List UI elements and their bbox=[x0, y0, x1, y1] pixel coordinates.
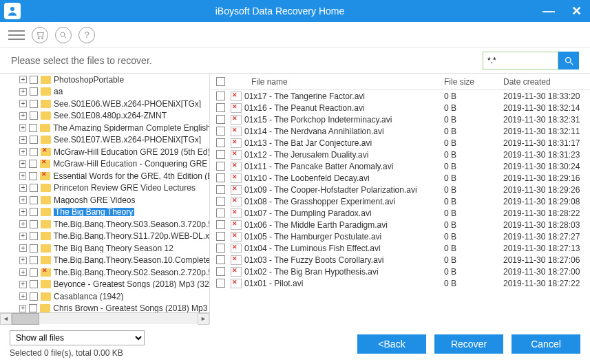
tree-item[interactable]: +Chris Brown - Greatest Songs (2018) Mp3… bbox=[0, 303, 209, 313]
tree-checkbox[interactable] bbox=[29, 160, 37, 168]
tree-item[interactable]: +PhotoshopPortable bbox=[0, 74, 209, 86]
expand-icon[interactable]: + bbox=[19, 196, 27, 204]
expand-icon[interactable]: + bbox=[19, 208, 27, 216]
help-icon[interactable]: ? bbox=[78, 27, 95, 43]
file-row[interactable]: 01x08 - The Grasshopper Experiment.avi0 … bbox=[210, 195, 590, 207]
cart-icon[interactable] bbox=[32, 27, 48, 43]
tree-item[interactable]: +Princeton Review GRE Video Lectures bbox=[0, 182, 209, 195]
tree-item[interactable]: +The Big Bang Theory bbox=[0, 206, 209, 219]
tree-item[interactable]: +aa bbox=[0, 86, 209, 98]
file-row[interactable]: 01x09 - The Cooper-Hofstadter Polarizati… bbox=[210, 184, 590, 195]
tree-checkbox[interactable] bbox=[30, 196, 38, 204]
tree-item[interactable]: +See.S01E06.WEB.x264-PHOENiX[TGx] bbox=[0, 98, 209, 110]
scroll-thumb[interactable] bbox=[12, 313, 39, 325]
file-row[interactable]: 01x13 - The Bat Jar Conjecture.avi0 B201… bbox=[210, 137, 590, 149]
tree-item[interactable]: +See.S01E08.480p.x264-ZMNT bbox=[0, 110, 209, 122]
recover-button[interactable]: Recover bbox=[434, 334, 503, 354]
file-checkbox[interactable] bbox=[216, 138, 225, 147]
tree-item[interactable]: +Beyonce - Greatest Songs (2018) Mp3 (32… bbox=[0, 279, 209, 291]
tree-checkbox[interactable] bbox=[30, 100, 38, 108]
file-checkbox[interactable] bbox=[216, 232, 225, 241]
file-row[interactable]: 01x04 - The Luminous Fish Effect.avi0 B2… bbox=[210, 242, 590, 254]
expand-icon[interactable]: + bbox=[19, 148, 27, 156]
file-checkbox[interactable] bbox=[216, 244, 225, 253]
filter-select[interactable]: Show all files bbox=[10, 330, 145, 345]
col-date[interactable]: Date created bbox=[503, 77, 590, 87]
tree-checkbox[interactable] bbox=[30, 208, 38, 216]
file-checkbox[interactable] bbox=[216, 185, 225, 194]
file-checkbox[interactable] bbox=[216, 220, 225, 229]
expand-icon[interactable]: + bbox=[19, 233, 27, 240]
file-checkbox[interactable] bbox=[216, 255, 225, 264]
back-button[interactable]: <Back bbox=[357, 334, 426, 354]
scroll-left-icon[interactable]: ◄ bbox=[0, 313, 12, 325]
minimize-button[interactable]: — bbox=[535, 0, 562, 22]
tree-checkbox[interactable] bbox=[29, 172, 37, 180]
file-checkbox[interactable] bbox=[216, 162, 225, 171]
file-row[interactable]: 01x17 - The Tangerine Factor.avi0 B2019-… bbox=[210, 90, 590, 102]
tree-checkbox[interactable] bbox=[30, 232, 38, 240]
file-checkbox[interactable] bbox=[216, 267, 225, 276]
expand-icon[interactable]: + bbox=[19, 257, 27, 264]
tree-item[interactable]: +The.Big.Bang.Theory.S03.Season.3.720p.5… bbox=[0, 218, 209, 231]
file-checkbox[interactable] bbox=[216, 92, 225, 100]
col-size[interactable]: File size bbox=[444, 77, 503, 87]
scroll-track[interactable] bbox=[12, 313, 198, 325]
tree-item[interactable]: +McGraw-Hill Education GRE 2019 (5th Ed) bbox=[0, 146, 209, 158]
tree-item[interactable]: +The Big Bang Theory Season 12 bbox=[0, 242, 209, 255]
tree-checkbox[interactable] bbox=[30, 292, 38, 301]
search-button[interactable] bbox=[558, 52, 579, 69]
file-row[interactable]: 01x02 - The Big Bran Hypothesis.avi0 B20… bbox=[210, 266, 590, 277]
expand-icon[interactable]: + bbox=[19, 112, 27, 120]
file-checkbox[interactable] bbox=[216, 279, 225, 288]
tree-checkbox[interactable] bbox=[30, 136, 38, 144]
tree-item[interactable]: +See.S01E07.WEB.x264-PHOENiX[TGx] bbox=[0, 134, 209, 147]
file-row[interactable]: 01x10 - The Loobenfeld Decay.avi0 B2019-… bbox=[210, 172, 590, 184]
expand-icon[interactable]: + bbox=[19, 292, 27, 300]
file-row[interactable]: 01x06 - The Middle Earth Paradigm.avi0 B… bbox=[210, 219, 590, 231]
expand-icon[interactable]: + bbox=[19, 268, 27, 276]
expand-icon[interactable]: + bbox=[19, 100, 27, 107]
file-row[interactable]: 01x07 - The Dumpling Paradox.avi0 B2019-… bbox=[210, 207, 590, 219]
file-row[interactable]: 01x15 - The Porkchop Indeterminacy.avi0 … bbox=[210, 114, 590, 125]
file-checkbox[interactable] bbox=[216, 150, 225, 159]
tree-checkbox[interactable] bbox=[30, 280, 38, 288]
tree-checkbox[interactable] bbox=[30, 244, 38, 253]
menu-button[interactable] bbox=[8, 27, 25, 43]
tree-item[interactable]: +Casablanca (1942) bbox=[0, 290, 209, 303]
close-button[interactable]: ✕ bbox=[562, 0, 590, 22]
file-row[interactable]: 01x05 - The Hamburger Postulate.avi0 B20… bbox=[210, 231, 590, 242]
file-checkbox[interactable] bbox=[216, 115, 225, 124]
expand-icon[interactable]: + bbox=[19, 220, 27, 228]
expand-icon[interactable]: + bbox=[19, 160, 26, 168]
tree-item[interactable]: +The.Big.Bang.Theory.Season.10.Complete.… bbox=[0, 255, 209, 267]
tree-item[interactable]: +The.Big.Bang.Theory.S11.720p.WEB-DL.x26 bbox=[0, 231, 209, 243]
folder-tree[interactable]: +PhotoshopPortable+aa+See.S01E06.WEB.x26… bbox=[0, 74, 209, 312]
select-all-checkbox[interactable] bbox=[210, 77, 231, 86]
tree-hscrollbar[interactable]: ◄ ► bbox=[0, 312, 209, 324]
tree-checkbox[interactable] bbox=[30, 87, 38, 96]
search-input[interactable] bbox=[483, 52, 558, 69]
expand-icon[interactable]: + bbox=[19, 305, 26, 312]
tree-checkbox[interactable] bbox=[29, 304, 37, 312]
file-checkbox[interactable] bbox=[216, 208, 225, 217]
tree-checkbox[interactable] bbox=[30, 268, 38, 277]
cancel-button[interactable]: Cancel bbox=[512, 334, 580, 354]
tree-item[interactable]: +Essential Words for the GRE, 4th Editio… bbox=[0, 170, 209, 182]
col-name[interactable]: File name bbox=[231, 77, 444, 87]
tree-checkbox[interactable] bbox=[30, 184, 38, 192]
find-icon[interactable] bbox=[55, 27, 72, 43]
tree-item[interactable]: +The.Big.Bang.Theory.S02.Season.2.720p.5… bbox=[0, 266, 209, 279]
file-row[interactable]: 01x01 - Pilot.avi0 B2019-11-30 18:27:22 bbox=[210, 277, 590, 289]
expand-icon[interactable]: + bbox=[19, 76, 27, 83]
expand-icon[interactable]: + bbox=[19, 124, 26, 131]
tree-item[interactable]: +McGraw-Hill Education - Conquering GRE … bbox=[0, 158, 209, 171]
file-checkbox[interactable] bbox=[216, 103, 225, 112]
file-row[interactable]: 01x03 - The Fuzzy Boots Corollary.avi0 B… bbox=[210, 254, 590, 266]
file-list[interactable]: 01x17 - The Tangerine Factor.avi0 B2019-… bbox=[210, 90, 590, 324]
tree-item[interactable]: +The Amazing Spiderman Complete English … bbox=[0, 122, 209, 134]
file-checkbox[interactable] bbox=[216, 197, 225, 206]
file-checkbox[interactable] bbox=[216, 127, 225, 136]
file-row[interactable]: 01x14 - The Nerdvana Annihilation.avi0 B… bbox=[210, 125, 590, 137]
expand-icon[interactable]: + bbox=[19, 281, 27, 288]
